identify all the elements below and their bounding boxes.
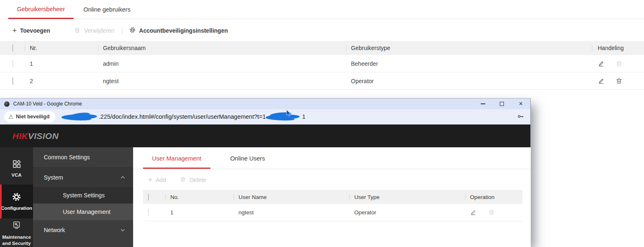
address-bar[interactable]: ⚠ Niet beveiligd .225/doc/index.html#/co… (0, 109, 530, 125)
select-all-checkbox[interactable] (12, 44, 13, 52)
security-label: Niet beveiligd (16, 114, 50, 120)
trash-icon (615, 60, 623, 67)
table-row: 1 ngtest Operator (143, 204, 522, 221)
user-table: No. User Name User Type Operation 1 ngte… (143, 190, 522, 221)
plus-icon: + (148, 177, 153, 183)
toevoegen-label: Toevoegen (20, 27, 50, 34)
url-text[interactable]: .225/doc/index.html#/config/system/user/… (61, 112, 517, 121)
edit-pencil-icon[interactable] (598, 60, 605, 67)
site-security-badge[interactable]: ⚠ Niet beveiligd (4, 111, 55, 122)
row-checkbox[interactable] (12, 77, 13, 85)
content-toolbar: + Add Delete (133, 169, 531, 189)
cursor-pointer-icon (286, 110, 291, 118)
bg-col-handeling: Handeling (592, 45, 644, 51)
close-button[interactable]: × (511, 98, 530, 109)
screen: Gebruikersbeheer Online gebruikers + Toe… (0, 0, 644, 247)
app-body: VCA Configuration Maintenance and Securi… (0, 147, 530, 247)
url-tail: 1 (302, 113, 305, 120)
bg-col-username: Gebruikersnaam (98, 45, 346, 51)
row-user-type: Operator (349, 209, 465, 216)
system-settings-label: System Settings (63, 192, 105, 199)
rail-item-maintenance-and-security[interactable]: Maintenance and Security (0, 222, 33, 246)
nav-rail: VCA Configuration Maintenance and Securi… (0, 147, 33, 247)
tab-online-gebruikers[interactable]: Online gebruikers (74, 0, 141, 19)
delete-label: Delete (189, 177, 206, 183)
user-management-label: User Management (63, 209, 110, 215)
sidebar-menu: Common Settings System System Settings U… (33, 147, 133, 247)
plus-icon: + (12, 28, 17, 34)
common-settings-label: Common Settings (44, 154, 90, 161)
row-usertype: Operator (346, 78, 592, 84)
rail-label-and-security: and Security (2, 240, 31, 247)
trash-icon (74, 27, 81, 35)
key-icon[interactable] (517, 113, 525, 120)
row-nr: 2 (25, 78, 98, 84)
account-security-settings-label: Accountbeveiligingsinstellingen (139, 27, 228, 34)
hikvision-logo: HIKVISION (12, 131, 59, 141)
bg-table-header: Nr. Gebruikersnaam Gebruikerstype Handel… (0, 41, 644, 55)
table-header: No. User Name User Type Operation (143, 190, 522, 204)
bg-col-usertype: Gebruikerstype (346, 45, 592, 51)
system-label: System (44, 174, 63, 181)
bg-col-nr: Nr. (25, 45, 98, 51)
warning-icon: ⚠ (8, 113, 14, 120)
row-no: 1 (165, 209, 234, 216)
row-username: ngtest (98, 78, 346, 84)
tab-user-management[interactable]: User Management (143, 147, 210, 169)
content-tab-bar: User Management Online Users (133, 147, 531, 169)
tab-gebruikersbeheer[interactable]: Gebruikersbeheer (8, 0, 74, 19)
chevron-up-icon (120, 175, 126, 180)
add-label: Add (156, 177, 166, 183)
redaction-scribble (266, 112, 302, 121)
logo-red-part: HIK (12, 131, 28, 141)
edit-pencil-icon[interactable] (598, 77, 605, 85)
col-no: No. (165, 194, 234, 200)
table-row: 2 ngtest Operator (0, 72, 644, 90)
trash-icon (180, 176, 186, 184)
sidebar-item-user-management[interactable]: User Management (33, 204, 133, 220)
col-operation: Operation (465, 194, 522, 200)
chrome-app-icon (4, 101, 10, 107)
col-user-type: User Type (349, 194, 465, 200)
col-user-name: User Name (234, 194, 349, 200)
select-all-checkbox[interactable] (148, 194, 149, 201)
row-nr: 1 (25, 60, 98, 67)
vca-icon (12, 159, 21, 172)
network-label: Network (44, 227, 65, 233)
verwijderen-label: Verwijderen (84, 27, 114, 34)
rail-item-vca[interactable]: VCA (0, 157, 33, 180)
delete-button: Delete (180, 176, 206, 184)
sidebar-item-system[interactable]: System (33, 167, 133, 187)
main-content: User Management Online Users + Add Delet… (133, 147, 531, 247)
sidebar-item-common-settings[interactable]: Common Settings (33, 147, 133, 167)
row-usertype: Beheerder (346, 60, 592, 67)
rail-label-maintenance: Maintenance (2, 234, 31, 240)
trash-icon[interactable] (615, 77, 623, 85)
rail-item-configuration[interactable]: Configuration (0, 185, 33, 218)
window-title: CAM-10 Veld - Google Chrome (13, 101, 82, 107)
redaction-scribble (61, 112, 99, 121)
minimize-button[interactable] (473, 98, 492, 109)
maximize-button[interactable] (492, 98, 511, 109)
url-path: .225/doc/index.html#/config/system/user/… (99, 113, 266, 120)
account-security-settings-button[interactable]: Accountbeveiligingsinstellingen (129, 26, 228, 35)
row-user-name: ngtest (234, 209, 349, 216)
row-username: admin (98, 60, 346, 67)
tab-online-users[interactable]: Online Users (220, 147, 275, 169)
edit-pencil-icon[interactable] (470, 209, 477, 216)
sidebar-item-network[interactable]: Network (33, 220, 133, 240)
verwijderen-button: Verwijderen (74, 27, 114, 35)
gear-icon (129, 26, 136, 35)
maintenance-security-icon (12, 221, 21, 234)
sidebar-item-system-settings[interactable]: System Settings (33, 187, 133, 204)
logo-gray-part: VISION (28, 131, 59, 141)
minimize-icon (481, 103, 485, 104)
maximize-icon (500, 102, 504, 106)
chrome-window: CAM-10 Veld - Google Chrome × ⚠ Niet bev… (0, 98, 531, 247)
toevoegen-button[interactable]: + Toevoegen (12, 27, 50, 34)
rail-label-vca: VCA (12, 172, 21, 178)
bg-user-table: Nr. Gebruikersnaam Gebruikerstype Handel… (0, 41, 644, 90)
window-titlebar[interactable]: CAM-10 Veld - Google Chrome × (0, 98, 530, 109)
close-icon: × (519, 101, 522, 107)
hikvision-header: HIKVISION (0, 125, 530, 147)
